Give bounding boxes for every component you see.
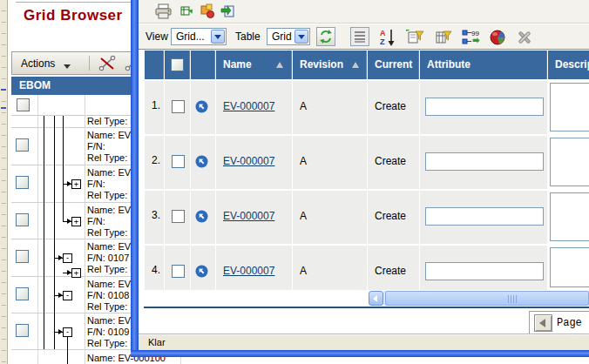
current-state-value: Create: [375, 210, 406, 222]
header-label-attribute: Attribute: [427, 58, 471, 71]
table-row: 1. EV-000007 A Create: [139, 81, 589, 134]
pie-chart-icon[interactable]: [489, 29, 506, 46]
collapse-minus-icon[interactable]: -: [63, 253, 72, 263]
revision-value: A: [300, 100, 307, 112]
cell-checkbox: [165, 136, 190, 189]
scroll-left-button[interactable]: [369, 291, 383, 306]
table-export-icon[interactable]: [180, 4, 194, 18]
attribute-input[interactable]: [425, 152, 544, 171]
tree-node-reltype: Rel Type: E: [87, 227, 137, 239]
chevron-down-icon: [298, 35, 305, 39]
row-checkbox[interactable]: [16, 213, 29, 226]
cell-checkbox: [165, 81, 190, 134]
ruler-mark: [1, 83, 6, 91]
cell-current: Create: [368, 246, 419, 290]
window-left-border: [131, 0, 139, 357]
expand-plus-icon[interactable]: +: [71, 179, 81, 189]
cell-current: Create: [368, 81, 419, 134]
view-label: View: [146, 30, 168, 43]
revision-value: A: [300, 265, 307, 277]
collapse-minus-icon[interactable]: -: [63, 291, 72, 300]
current-state-value: Create: [375, 265, 406, 277]
attribute-input[interactable]: [425, 207, 544, 226]
collapse-minus-icon[interactable]: -: [63, 327, 72, 337]
printer-icon[interactable]: [154, 3, 173, 19]
sort-az-icon[interactable]: A Z: [379, 28, 396, 47]
select-all-checkbox[interactable]: [17, 98, 30, 111]
cell-current: Create: [368, 191, 419, 244]
row-checkbox[interactable]: [172, 155, 185, 168]
part-name-link[interactable]: EV-000007: [223, 265, 274, 277]
attribute-input[interactable]: [425, 262, 544, 280]
part-icon[interactable]: [195, 265, 208, 278]
transfer-icon[interactable]: [220, 3, 236, 19]
tree-node-reltype: Rel Type: E: [87, 338, 137, 349]
previous-page-button[interactable]: [534, 314, 552, 332]
cell-name: EV-000007: [216, 136, 292, 189]
table-bottom-divider: [144, 307, 589, 308]
description-textarea[interactable]: [550, 192, 589, 241]
scrollbar-track[interactable]: [383, 291, 589, 306]
description-textarea[interactable]: [550, 247, 589, 287]
table-label: Table: [235, 30, 261, 43]
cell-checkbox: [165, 246, 190, 290]
objects-chart-icon[interactable]: [200, 3, 215, 19]
horizontal-scrollbar[interactable]: [369, 291, 589, 306]
current-state-value: Create: [375, 155, 406, 167]
ruler-ticks: [2, 0, 6, 364]
part-icon[interactable]: [195, 210, 208, 223]
header-cell-attribute[interactable]: Attribute: [420, 51, 547, 79]
tools-icon[interactable]: [515, 28, 534, 47]
row-checkbox[interactable]: [16, 324, 29, 337]
page-title: Grid Browser: [24, 7, 123, 24]
row-number: 4.: [152, 264, 160, 276]
view-dropdown-button[interactable]: [211, 30, 225, 44]
cell-revision: A: [293, 191, 367, 244]
disconnect-icon[interactable]: [98, 55, 117, 72]
tree-node-reltype: Rel Type: E: [87, 152, 137, 164]
refresh-icon[interactable]: [316, 27, 335, 46]
sort-ascending-icon[interactable]: [352, 62, 359, 68]
scrollbar-thumb[interactable]: [385, 291, 589, 306]
svg-text:99: 99: [471, 30, 479, 37]
cell-attribute: [420, 246, 547, 290]
description-textarea[interactable]: [550, 83, 589, 131]
description-textarea[interactable]: [550, 138, 589, 186]
cell-rownum: 4.: [145, 246, 164, 290]
select-all-checkbox[interactable]: [171, 58, 184, 71]
part-icon[interactable]: [195, 100, 208, 113]
part-name-link[interactable]: EV-000007: [223, 155, 274, 167]
header-cell-description[interactable]: Description: [548, 51, 589, 79]
cell-revision: A: [293, 136, 367, 189]
cell-checkbox: [165, 191, 190, 244]
filter-form-icon[interactable]: [405, 28, 424, 47]
cell-icon: [191, 81, 215, 134]
row-checkbox[interactable]: [16, 287, 29, 300]
structure-numbers-icon[interactable]: 99: [461, 28, 482, 47]
header-cell-name[interactable]: Name: [216, 51, 292, 79]
table-dropdown[interactable]: Grid: [267, 28, 310, 45]
row-checkbox[interactable]: [172, 265, 185, 278]
part-icon[interactable]: [195, 155, 208, 168]
filter-table-icon[interactable]: [433, 28, 452, 47]
header-cell-revision[interactable]: Revision: [293, 51, 367, 79]
row-checkbox[interactable]: [16, 176, 29, 189]
row-checkbox[interactable]: [172, 100, 185, 113]
attribute-input[interactable]: [425, 98, 544, 116]
part-name-link[interactable]: EV-000007: [223, 210, 274, 222]
row-checkbox[interactable]: [16, 250, 29, 263]
sort-ascending-icon[interactable]: [276, 62, 283, 68]
svg-text:Z: Z: [380, 37, 385, 46]
cell-name: EV-000007: [216, 191, 292, 244]
grid-table-window: View Grid... Table Grid: [131, 0, 589, 357]
view-dropdown[interactable]: Grid...: [171, 28, 227, 45]
table-row: 2. EV-000007 A Create: [139, 136, 589, 189]
actions-menu-button[interactable]: Actions: [21, 57, 71, 71]
header-cell-current[interactable]: Current: [368, 51, 419, 79]
list-view-icon[interactable]: [350, 27, 369, 46]
row-checkbox[interactable]: [172, 210, 185, 223]
expand-plus-icon[interactable]: +: [71, 217, 81, 226]
part-name-link[interactable]: EV-000007: [223, 100, 274, 112]
table-dropdown-button[interactable]: [294, 30, 308, 44]
row-checkbox[interactable]: [16, 138, 29, 152]
